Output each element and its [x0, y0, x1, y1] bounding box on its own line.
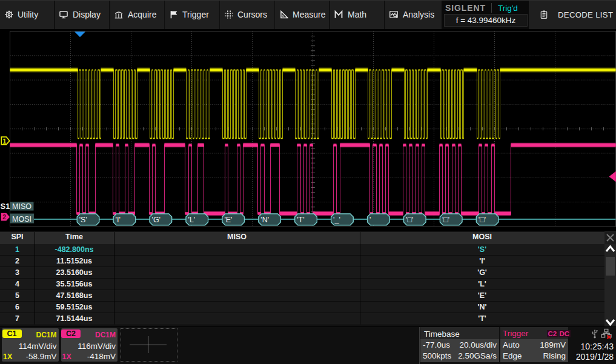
svg-text:MOSI: MOSI [12, 215, 31, 223]
svg-text:'S': 'S' [79, 216, 87, 224]
svg-text:'E': 'E' [224, 216, 232, 224]
svg-text:'T': 'T' [297, 216, 304, 224]
svg-text:1: 1 [3, 137, 7, 145]
svg-text:'_': '_' [333, 216, 340, 224]
svg-text:'N': 'N' [260, 216, 269, 224]
svg-text:'□': '□' [442, 216, 449, 224]
svg-text:'L': 'L' [188, 216, 196, 224]
svg-text:2: 2 [2, 213, 6, 220]
svg-text:S1: S1 [1, 202, 10, 211]
svg-text:': ' [369, 216, 371, 224]
svg-text:'G': 'G' [152, 216, 161, 224]
svg-text:MISO: MISO [12, 202, 31, 211]
svg-text:'I': 'I' [116, 216, 121, 224]
svg-text:'□': '□' [479, 216, 486, 224]
svg-text:'□': '□' [406, 216, 413, 224]
